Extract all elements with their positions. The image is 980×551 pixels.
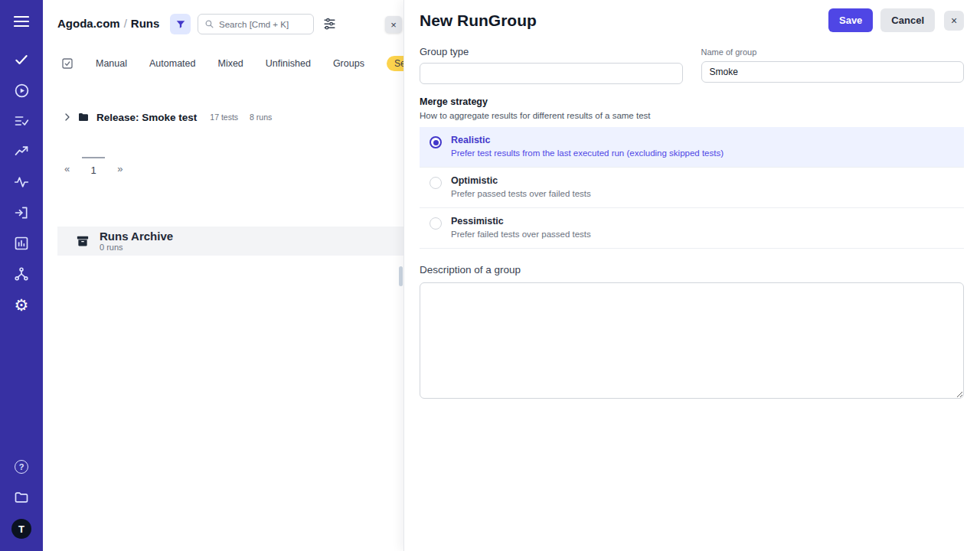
projects-folder-icon[interactable] <box>0 488 43 507</box>
runs-panel-header: Agoda.com/Runs × <box>43 0 403 47</box>
user-avatar[interactable]: T <box>11 519 31 539</box>
run-group-row[interactable]: Release: Smoke test 17 tests 8 runs <box>43 111 403 123</box>
name-of-group-label: Name of group <box>701 47 965 57</box>
breadcrumb-page[interactable]: Runs <box>131 17 160 30</box>
scrollbar-thumb[interactable] <box>399 266 403 286</box>
run-group-runs-count: 8 runs <box>250 112 272 122</box>
radio-checked-icon[interactable] <box>430 136 442 148</box>
merge-option-optimistic[interactable]: Optimistic Prefer passed tests over fail… <box>420 168 964 208</box>
pagination: « 1 » <box>43 157 403 176</box>
pagination-next-icon[interactable]: » <box>117 163 122 176</box>
description-textarea[interactable] <box>420 282 964 399</box>
breadcrumb: Agoda.com/Runs <box>57 17 159 30</box>
panel-close-button[interactable]: × <box>385 16 402 33</box>
save-button[interactable]: Save <box>828 8 873 32</box>
runs-panel: Agoda.com/Runs × <box>43 0 403 551</box>
option-description: Prefer test results from the last execut… <box>451 148 724 158</box>
merge-strategy-block: Merge strategy How to aggregate results … <box>420 96 964 249</box>
option-description: Prefer passed tests over failed tests <box>451 189 591 198</box>
group-type-input[interactable] <box>420 63 683 84</box>
chevron-right-icon[interactable] <box>63 112 72 122</box>
new-rungroup-panel: New RunGroup Save Cancel × Group type Na… <box>403 0 980 551</box>
filter-settings-icon[interactable] <box>323 17 336 33</box>
breadcrumb-separator: / <box>120 17 131 30</box>
activity-pulse-icon[interactable] <box>0 173 43 191</box>
group-type-label: Group type <box>420 46 683 57</box>
name-of-group-input[interactable] <box>701 61 965 83</box>
option-title: Optimistic <box>451 175 591 186</box>
runs-list-icon[interactable] <box>0 112 43 130</box>
run-group-title[interactable]: Release: Smoke test <box>96 112 197 123</box>
funnel-icon <box>175 19 186 30</box>
sidebar-bottom: ? T <box>0 458 43 539</box>
import-icon[interactable] <box>0 204 43 222</box>
tab-groups[interactable]: Groups <box>333 58 364 69</box>
folder-icon <box>77 111 90 123</box>
radio-unchecked-icon[interactable] <box>430 177 442 189</box>
merge-strategy-label: Merge strategy <box>420 96 964 107</box>
close-icon: × <box>951 15 957 27</box>
description-label: Description of a group <box>420 264 964 276</box>
tests-check-icon[interactable] <box>0 51 43 69</box>
rungroup-form: Group type Name of group Merge strategy … <box>404 32 980 399</box>
runs-archive-row[interactable]: Runs Archive 0 runs <box>57 227 403 256</box>
pagination-active-indicator <box>82 157 105 158</box>
help-icon[interactable]: ? <box>0 458 43 476</box>
option-title: Realistic <box>451 135 724 145</box>
archive-icon <box>76 234 90 248</box>
tab-automated[interactable]: Automated <box>149 58 195 69</box>
report-chart-icon[interactable] <box>0 234 43 253</box>
tab-unfinished[interactable]: Unfinished <box>266 58 311 69</box>
checklist-icon[interactable] <box>61 57 74 70</box>
filter-button[interactable] <box>170 14 191 34</box>
pagination-prev-icon[interactable]: « <box>64 163 70 176</box>
archive-title: Runs Archive <box>100 230 173 243</box>
page-title: New RunGroup <box>420 11 537 30</box>
description-block: Description of a group <box>420 264 964 399</box>
merge-option-pessimistic[interactable]: Pessimistic Prefer failed tests over pas… <box>420 208 964 249</box>
run-filter-tabs: Manual Automated Mixed Unfinished Groups… <box>43 56 403 71</box>
pagination-page-1[interactable]: 1 <box>82 157 105 176</box>
sidebar-nav: ⚙ <box>0 51 43 314</box>
archive-count: 0 runs <box>100 243 173 252</box>
option-description: Prefer failed tests over passed tests <box>451 230 591 239</box>
archive-text: Runs Archive 0 runs <box>100 230 173 253</box>
dialog-close-button[interactable]: × <box>944 11 964 31</box>
play-runs-icon[interactable] <box>0 81 43 99</box>
branch-icon[interactable] <box>0 265 43 283</box>
radio-unchecked-icon[interactable] <box>430 217 442 230</box>
search-icon <box>204 19 214 29</box>
tab-mixed[interactable]: Mixed <box>217 58 243 69</box>
run-group-tests-count: 17 tests <box>210 112 238 122</box>
merge-option-realistic[interactable]: Realistic Prefer test results from the l… <box>420 127 964 168</box>
option-title: Pessimistic <box>451 216 591 227</box>
new-rungroup-header: New RunGroup Save Cancel × <box>404 0 980 32</box>
search-box[interactable] <box>198 14 314 34</box>
search-input[interactable] <box>219 20 303 29</box>
merge-strategy-hint: How to aggregate results for different r… <box>420 111 964 120</box>
app-root: ⚙ ? T Agoda.com/Runs <box>0 0 980 551</box>
breadcrumb-project[interactable]: Agoda.com <box>57 17 120 30</box>
merge-strategy-options: Realistic Prefer test results from the l… <box>420 127 964 249</box>
cancel-button[interactable]: Cancel <box>880 8 935 32</box>
tab-manual[interactable]: Manual <box>96 58 127 69</box>
analytics-line-icon[interactable] <box>0 142 43 161</box>
hamburger-menu-icon[interactable] <box>0 12 43 31</box>
close-icon: × <box>390 19 397 31</box>
sidebar: ⚙ ? T <box>0 0 43 551</box>
gear-icon[interactable]: ⚙ <box>0 295 43 314</box>
